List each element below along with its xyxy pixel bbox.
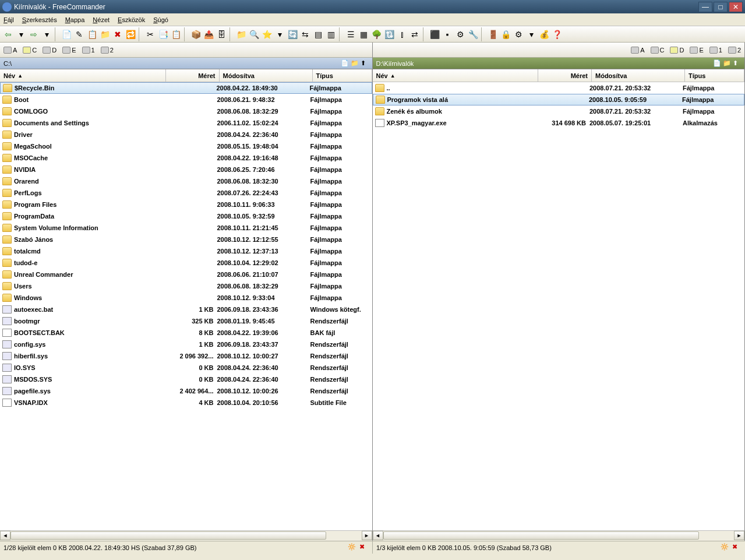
menu-sugo[interactable]: Súgó <box>153 16 168 23</box>
lock-icon[interactable]: 🔒 <box>500 29 511 40</box>
copy2-icon[interactable]: 📑 <box>157 29 169 40</box>
search-icon[interactable]: 🔍 <box>248 29 260 40</box>
filter-icon[interactable]: 🔆 <box>348 543 357 552</box>
hdr-type[interactable]: Típus <box>313 69 372 82</box>
details-icon[interactable]: ☰ <box>345 29 356 40</box>
paste-icon[interactable]: 📋 <box>170 29 182 40</box>
hdr-size[interactable]: Méret <box>538 69 592 82</box>
file-row[interactable]: System Volume Information2008.10.11. 21:… <box>0 222 372 234</box>
file-row[interactable]: Driver2008.04.24. 22:36:40Fájlmappa <box>0 129 372 140</box>
hdr-name[interactable]: Név▲ <box>0 69 166 82</box>
left-path-bar[interactable]: C:\ 📄 📁 ⬆ <box>0 58 372 69</box>
copy-icon[interactable]: 📋 <box>86 29 98 40</box>
cut-icon[interactable]: ✂ <box>144 29 156 40</box>
fav-dd-icon[interactable]: ▾ <box>274 29 285 40</box>
archive-icon[interactable]: 🗄 <box>216 29 227 40</box>
fwd-dd-icon[interactable]: ▾ <box>41 29 52 40</box>
file-row[interactable]: hiberfil.sys2 096 392...2008.10.12. 10:0… <box>0 350 372 362</box>
list1-icon[interactable]: ▤ <box>312 29 324 40</box>
path-up-icon[interactable]: ⬆ <box>733 59 741 68</box>
unpack-icon[interactable]: 📤 <box>203 29 214 40</box>
sync-icon[interactable]: 🔄 <box>287 29 298 40</box>
settings-icon[interactable]: ⚙ <box>454 29 466 40</box>
rename-icon[interactable]: 🔁 <box>125 29 136 40</box>
file-row[interactable]: config.sys1 KB2006.09.18. 23:43:37Rendsz… <box>0 339 372 350</box>
menu-eszkozok[interactable]: Eszközök <box>118 16 145 23</box>
file-row[interactable]: ProgramData2008.10.05. 9:32:59Fájlmappa <box>0 210 372 222</box>
cancel-filter-icon[interactable]: ✖ <box>359 543 369 552</box>
compare-icon[interactable]: ⇆ <box>299 29 311 40</box>
file-row[interactable]: autoexec.bat1 KB2006.09.18. 23:43:36Wind… <box>0 304 372 315</box>
minimize-button[interactable]: — <box>698 2 712 12</box>
hdr-mod[interactable]: Módosítva <box>220 69 313 82</box>
file-row[interactable]: Orarend2008.06.08. 18:32:30Fájlmappa <box>0 175 372 187</box>
file-row[interactable]: Unreal Commander2008.06.06. 21:10:07Fájl… <box>0 269 372 280</box>
file-row[interactable]: NVIDIA2008.06.25. 7:20:46Fájlmappa <box>0 164 372 175</box>
menu-mappa[interactable]: Mappa <box>65 16 85 23</box>
menu-szerkesztes[interactable]: Szerkesztés <box>22 16 57 23</box>
pack-icon[interactable]: 📦 <box>190 29 202 40</box>
maximize-button[interactable]: □ <box>714 2 728 12</box>
file-row[interactable]: MegaSchool2008.05.15. 19:48:04Fájlmappa <box>0 140 372 152</box>
drive-D[interactable]: D <box>670 47 684 54</box>
drive-2[interactable]: 2 <box>728 47 741 54</box>
file-row[interactable]: COMLOGO2008.06.08. 18:32:29Fájlmappa <box>0 105 372 117</box>
drive-C[interactable]: C <box>651 47 665 54</box>
exit-icon[interactable]: 🚪 <box>487 29 499 40</box>
right-file-list[interactable]: ..2008.07.21. 20:53:32FájlmappaProgramok… <box>373 82 745 530</box>
left-scrollbar[interactable]: ◄ ► <box>0 530 372 541</box>
file-row[interactable]: pagefile.sys2 402 964...2008.10.12. 10:0… <box>0 385 372 397</box>
file-row[interactable]: tudod-e2008.10.04. 12:29:02Fájlmappa <box>0 257 372 269</box>
drive-2[interactable]: 2 <box>101 47 114 54</box>
path-copy-icon[interactable]: 📄 <box>713 59 721 68</box>
money-icon[interactable]: 💰 <box>538 29 550 40</box>
drive-E[interactable]: E <box>690 47 703 54</box>
hdr-type[interactable]: Típus <box>685 69 744 82</box>
back-dd-icon[interactable]: ▾ <box>15 29 27 40</box>
scroll-left-icon[interactable]: ◄ <box>373 531 383 540</box>
file-row[interactable]: Windows2008.10.12. 9:33:04Fájlmappa <box>0 292 372 304</box>
file-row[interactable]: IO.SYS0 KB2008.04.24. 22:36:40Rendszerfá… <box>0 362 372 374</box>
drive-A[interactable]: A <box>3 47 17 54</box>
drive-1[interactable]: 1 <box>82 47 95 54</box>
delete-icon[interactable]: ✖ <box>112 29 123 40</box>
thumbs-icon[interactable]: ▦ <box>358 29 369 40</box>
right-scrollbar[interactable]: ◄ ► <box>373 530 745 541</box>
swap-icon[interactable]: ⇄ <box>409 29 421 40</box>
list2-icon[interactable]: ▥ <box>325 29 337 40</box>
file-row[interactable]: Szabó János2008.10.12. 12:12:55Fájlmappa <box>0 234 372 245</box>
file-row[interactable]: bootmgr325 KB2008.01.19. 9:45:45Rendszer… <box>0 315 372 327</box>
tree-icon[interactable]: 🌳 <box>370 29 382 40</box>
hdr-name[interactable]: Név▲ <box>373 69 539 82</box>
move-icon[interactable]: 📁 <box>99 29 111 40</box>
scroll-right-icon[interactable]: ► <box>362 531 372 540</box>
file-row[interactable]: $Recycle.Bin2008.04.22. 18:49:30Fájlmapp… <box>0 82 372 94</box>
file-row[interactable]: VSNAP.IDX4 KB2008.10.04. 20:10:56Subtitl… <box>0 397 372 408</box>
menu-nezet[interactable]: Nézet <box>93 16 110 23</box>
drive-D[interactable]: D <box>43 47 57 54</box>
file-row[interactable]: Boot2008.06.21. 9:48:32Fájlmappa <box>0 94 372 105</box>
drive-A[interactable]: A <box>631 47 644 54</box>
edit-icon[interactable]: ✎ <box>73 29 85 40</box>
menu-fajl[interactable]: Fájl <box>3 16 14 23</box>
scroll-left-icon[interactable]: ◄ <box>0 531 10 540</box>
path-folder-icon[interactable]: 📁 <box>723 59 731 68</box>
file-row[interactable]: Zenék és albumok2008.07.21. 20:53:32Fájl… <box>373 105 745 117</box>
hdr-size[interactable]: Méret <box>166 69 220 82</box>
file-row[interactable]: BOOTSECT.BAK8 KB2008.04.22. 19:39:06BAK … <box>0 327 372 339</box>
gear-icon[interactable]: ⚙ <box>513 29 524 40</box>
scroll-thumb[interactable] <box>383 531 699 540</box>
drive-C[interactable]: C <box>23 47 37 54</box>
path-copy-icon[interactable]: 📄 <box>341 59 349 68</box>
folder-icon[interactable]: 📁 <box>235 29 247 40</box>
split-icon[interactable]: ⫿ <box>396 29 408 40</box>
file-row[interactable]: MSOCache2008.04.22. 19:16:48Fájlmappa <box>0 152 372 164</box>
refresh-icon[interactable]: 🔃 <box>383 29 395 40</box>
fwd-icon[interactable]: ⇨ <box>28 29 40 40</box>
right-path-bar[interactable]: D:\Kiírnivalók 📄 📁 ⬆ <box>373 58 745 69</box>
scroll-thumb[interactable] <box>10 531 326 540</box>
file-row[interactable]: XP.SP3_magyar.exe314 698 KB2008.05.07. 1… <box>373 117 745 129</box>
cmd-icon[interactable]: ⬛ <box>429 29 440 40</box>
help-icon[interactable]: ❓ <box>551 29 563 40</box>
file-row[interactable]: Program Files2008.10.11. 9:06:33Fájlmapp… <box>0 199 372 210</box>
